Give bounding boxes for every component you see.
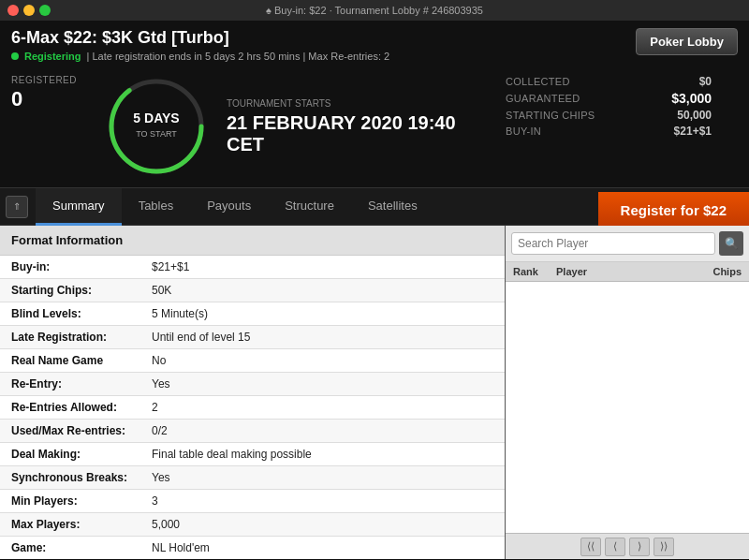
col-chips-header: Chips (683, 266, 749, 277)
format-header: Format Information (0, 226, 505, 256)
format-key: Re-Entry: (0, 373, 140, 396)
tournament-starts: TOURNAMENT STARTS 21 FEBRUARY 2020 19:40… (217, 75, 494, 178)
stat-key: BUY-IN (506, 125, 541, 137)
left-panel: Format Information Buy-in:$21+$1Starting… (0, 226, 506, 559)
format-key: Used/Max Re-entries: (0, 420, 140, 443)
title-bar: ♠ Buy-in: $22 · Tournament Lobby # 24680… (0, 0, 749, 21)
table-row: Late Registration:Until end of level 15 (0, 326, 505, 349)
stat-row: COLLECTED$0 (506, 75, 712, 88)
search-button[interactable]: 🔍 (719, 231, 743, 256)
format-key: Buy-in: (0, 256, 140, 279)
pagination-next[interactable]: ⟩ (629, 538, 650, 556)
stat-row: BUY-IN$21+$1 (506, 125, 712, 138)
registered-value: 0 (11, 87, 95, 111)
stat-value: $0 (699, 75, 712, 88)
tab-tables[interactable]: Tables (122, 188, 191, 226)
stat-key: GUARANTEED (506, 93, 580, 104)
status-registering-label: Registering (24, 51, 81, 62)
table-row: Real Name GameNo (0, 349, 505, 373)
register-button[interactable]: Register for $22 (598, 192, 749, 229)
col-player-header: Player (552, 266, 683, 277)
tournament-starts-label: TOURNAMENT STARTS (227, 98, 494, 109)
format-key: Blind Levels: (0, 302, 140, 326)
table-row: Game:NL Hold'em (0, 537, 505, 560)
right-stats: COLLECTED$0GUARANTEED$3,000STARTING CHIP… (506, 75, 712, 138)
main-content: Format Information Buy-in:$21+$1Starting… (0, 226, 749, 559)
format-key: Late Registration: (0, 326, 140, 349)
table-row: Buy-in:$21+$1 (0, 256, 505, 279)
format-value: Yes (140, 373, 505, 396)
format-key: Re-Entries Allowed: (0, 396, 140, 420)
traffic-lights (7, 5, 51, 16)
stat-row: STARTING CHIPS50,000 (506, 109, 712, 122)
table-row: Used/Max Re-entries:0/2 (0, 420, 505, 443)
format-value: 0/2 (140, 420, 505, 443)
format-value: 50K (140, 279, 505, 302)
format-value: 2 (140, 396, 505, 420)
stat-key: STARTING CHIPS (506, 110, 595, 121)
expand-button[interactable]: ⇑ (6, 196, 28, 218)
table-row: Max Players:5,000 (0, 513, 505, 537)
table-row: Min Players:3 (0, 490, 505, 513)
table-row: Re-Entry:Yes (0, 373, 505, 396)
format-value: 5,000 (140, 513, 505, 537)
app-window: ♠ Buy-in: $22 · Tournament Lobby # 24680… (0, 0, 749, 560)
pagination-first[interactable]: ⟨⟨ (580, 538, 601, 556)
tab-payouts[interactable]: Payouts (190, 188, 268, 226)
right-panel: 🔍 Rank Player Chips ⟨⟨ ⟨ ⟩ ⟩⟩ (506, 226, 749, 559)
format-value: $21+$1 (140, 256, 505, 279)
pagination-prev[interactable]: ⟨ (605, 538, 625, 556)
player-list (506, 282, 749, 533)
stat-key: COLLECTED (506, 76, 570, 87)
format-key: Synchronous Breaks: (0, 466, 140, 490)
player-table-header: Rank Player Chips (506, 262, 749, 282)
registered-label: REGISTERED (11, 75, 95, 85)
tab-satellites[interactable]: Satellites (351, 188, 434, 226)
format-value: Yes (140, 466, 505, 490)
search-input[interactable] (511, 232, 715, 255)
close-button[interactable] (7, 5, 19, 16)
format-key: Min Players: (0, 490, 140, 513)
search-bar: 🔍 (506, 226, 749, 262)
registered-block: REGISTERED 0 (11, 75, 95, 178)
pagination: ⟨⟨ ⟨ ⟩ ⟩⟩ (506, 533, 749, 559)
tab-structure[interactable]: Structure (268, 188, 351, 226)
title-bar-text: ♠ Buy-in: $22 · Tournament Lobby # 24680… (266, 5, 483, 16)
table-row: Re-Entries Allowed:2 (0, 396, 505, 420)
format-value: No (140, 349, 505, 373)
stat-value: $3,000 (671, 91, 712, 106)
maximize-button[interactable] (39, 5, 51, 16)
tab-summary[interactable]: Summary (36, 188, 122, 226)
info-section: REGISTERED 0 5 DAYS TO START TOURNAMENT … (0, 67, 749, 188)
status-detail: | Late registration ends in 5 days 2 hrs… (87, 51, 390, 62)
format-table: Buy-in:$21+$1Starting Chips:50KBlind Lev… (0, 256, 505, 559)
minimize-button[interactable] (23, 5, 35, 16)
header-left: 6-Max $22: $3K Gtd [Turbo] Registering |… (11, 28, 389, 62)
tournament-title: 6-Max $22: $3K Gtd [Turbo] (11, 28, 389, 48)
col-rank-header: Rank (506, 266, 552, 277)
tabs-bar: ⇑ Summary Tables Payouts Structure Satel… (0, 188, 749, 226)
table-row: Blind Levels:5 Minute(s) (0, 302, 505, 326)
timer-sub-text: TO START (136, 129, 177, 139)
format-key: Starting Chips: (0, 279, 140, 302)
stat-value: $21+$1 (674, 125, 712, 138)
format-value: 5 Minute(s) (140, 302, 505, 326)
status-dot (11, 52, 19, 60)
stat-value: 50,000 (677, 109, 712, 122)
timer-svg: 5 DAYS TO START (105, 75, 208, 178)
header: 6-Max $22: $3K Gtd [Turbo] Registering |… (0, 21, 749, 67)
format-value: 3 (140, 490, 505, 513)
right-stats-section: COLLECTED$0GUARANTEED$3,000STARTING CHIP… (494, 75, 738, 178)
table-row: Deal Making:Final table deal making poss… (0, 443, 505, 466)
format-value: Until end of level 15 (140, 326, 505, 349)
poker-lobby-button[interactable]: Poker Lobby (636, 28, 738, 55)
header-status: Registering | Late registration ends in … (11, 51, 389, 62)
format-value: NL Hold'em (140, 537, 505, 560)
format-key: Game: (0, 537, 140, 560)
format-key: Max Players: (0, 513, 140, 537)
timer-circle: 5 DAYS TO START (95, 75, 217, 178)
stat-row: GUARANTEED$3,000 (506, 91, 712, 106)
pagination-last[interactable]: ⟩⟩ (654, 538, 674, 556)
table-row: Synchronous Breaks:Yes (0, 466, 505, 490)
tournament-date: 21 FEBRUARY 2020 19:40 CET (227, 112, 494, 155)
